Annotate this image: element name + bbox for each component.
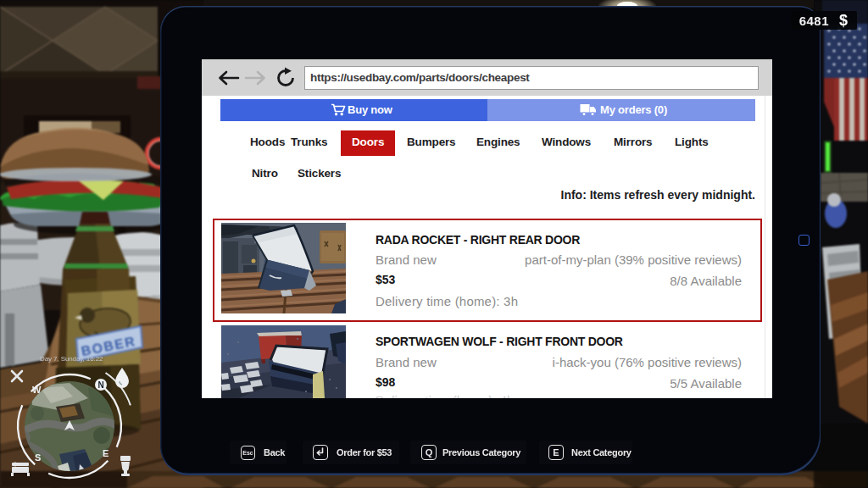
svg-text:E: E	[103, 448, 108, 458]
svg-text:N: N	[97, 380, 103, 390]
svg-text:S: S	[35, 452, 41, 463]
svg-text:W: W	[32, 385, 42, 395]
